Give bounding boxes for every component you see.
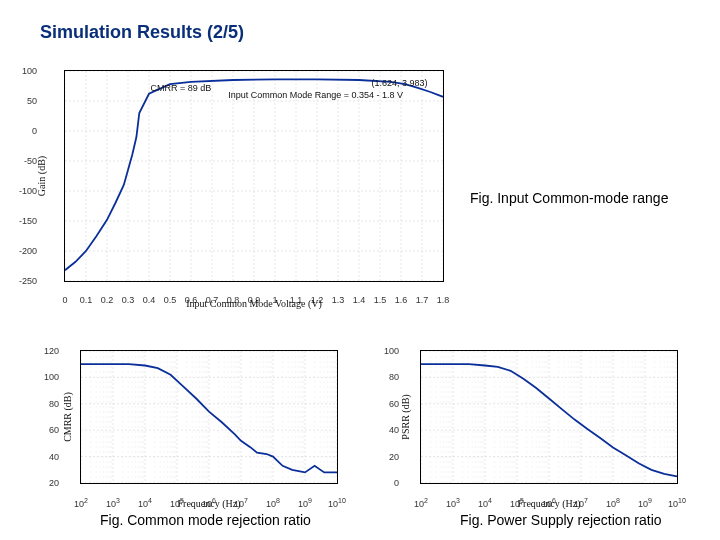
y-axis-label: Gain (dB) xyxy=(36,156,47,196)
cmrr-plot: 20406080100120 1021031041051061071081091… xyxy=(80,350,338,484)
caption-psrr: Fig. Power Supply rejection ratio xyxy=(460,512,662,528)
x-axis-label: Frequency (Hz) xyxy=(517,498,580,509)
icmr-plot: CMRR = 89 dB Input Common Mode Range = 0… xyxy=(64,70,444,282)
x-axis-label: Frequency (Hz) xyxy=(177,498,240,509)
chart-series xyxy=(421,351,677,483)
chart-series xyxy=(81,351,337,483)
icmr-chart: CMRR = 89 dB Input Common Mode Range = 0… xyxy=(64,70,444,282)
y-axis-label: CMRR (dB) xyxy=(62,392,73,442)
icmr-annotation: Input Common Mode Range = 0.354 - 1.8 V xyxy=(228,90,403,100)
chart-series xyxy=(65,71,443,281)
psrr-plot: 020406080100 102103104105106107108109101… xyxy=(420,350,678,484)
page-title: Simulation Results (2/5) xyxy=(40,22,244,43)
caption-cmrr: Fig. Common mode rejection ratio xyxy=(100,512,311,528)
psrr-chart: 020406080100 102103104105106107108109101… xyxy=(420,350,678,484)
x-axis-label: Input Common Mode Voltage (V) xyxy=(186,298,322,309)
cmrr-annotation: CMRR = 89 dB xyxy=(151,83,212,93)
cmrr-chart: 20406080100120 1021031041051061071081091… xyxy=(80,350,338,484)
y-axis-label: PSRR (dB) xyxy=(400,394,411,439)
marker-annotation: (1.624, 3.983) xyxy=(372,78,428,88)
caption-icmr: Fig. Input Common-mode range xyxy=(470,190,668,206)
